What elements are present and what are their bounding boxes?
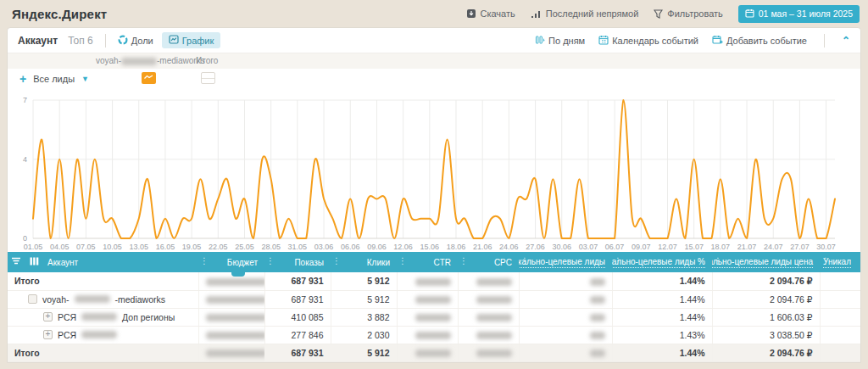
column-menu-icon[interactable]: ⋮: [200, 256, 209, 266]
svg-text:15.07: 15.07: [684, 243, 704, 251]
calendar-icon: [745, 8, 754, 20]
columns-icon[interactable]: [30, 257, 39, 267]
line-chart[interactable]: 04701.0504.0507.0510.0513.0516.0519.0522…: [8, 89, 860, 252]
granularity-icon: [535, 35, 545, 47]
svg-text:01.05: 01.05: [24, 243, 43, 251]
download-button[interactable]: Скачать: [466, 8, 515, 19]
column-menu-icon[interactable]: ⋮: [821, 256, 830, 266]
column-header-unique-leads[interactable]: ⋮Уникально-целевые лиды: [519, 252, 612, 272]
total-column-label: Итого: [196, 56, 218, 65]
attribution-model-button[interactable]: Последний непрямой: [531, 8, 639, 19]
table-row[interactable]: РСЯДоп регионы410 0853 8821.44%1 606.03 …: [8, 308, 861, 326]
expand-icon[interactable]: [43, 330, 53, 339]
svg-text:13.05: 13.05: [129, 243, 148, 251]
legend-strip: voyah--mediaworks Итого: [8, 53, 860, 69]
redacted-value: [75, 295, 110, 303]
scroll-right-icon[interactable]: ►: [853, 362, 859, 364]
column-header-budget[interactable]: ⋮Бюджет: [198, 252, 264, 272]
column-menu-icon[interactable]: ⋮: [714, 256, 722, 266]
svg-text:16.05: 16.05: [156, 243, 175, 251]
unique-leads-price-cell: 2 094.76 ₽: [712, 272, 820, 290]
redacted-value: [590, 278, 605, 286]
add-metric-icon[interactable]: +: [19, 72, 26, 86]
date-range-button[interactable]: 01 мая – 31 июля 2025: [738, 5, 860, 23]
column-header-unique-leads-price[interactable]: ⋮Уникально-целевые лиды цена: [712, 252, 820, 272]
column-menu-icon[interactable]: ⋮: [459, 256, 468, 266]
sort-indicator: [231, 272, 245, 277]
row-label: Итого: [14, 276, 192, 286]
redacted-value: [476, 278, 512, 286]
svg-text:25.05: 25.05: [235, 243, 254, 251]
column-menu-icon[interactable]: ⋮: [266, 256, 275, 266]
chevron-down-icon: ▼: [81, 75, 89, 83]
scrollbar-thumb[interactable]: [19, 363, 596, 364]
column-menu-icon[interactable]: ⋮: [520, 256, 529, 266]
svg-text:30.07: 30.07: [816, 243, 836, 251]
clicks-cell: 3 882: [331, 308, 397, 326]
cpc-cell: [458, 344, 519, 361]
table-row[interactable]: РСЯ277 8462 0301.43%3 038.50 ₽: [8, 326, 861, 344]
donut-icon: [118, 35, 128, 47]
column-header-truncated[interactable]: ⋮Уникал: [820, 252, 861, 272]
column-header-account[interactable]: Аккаунт: [8, 252, 198, 272]
column-menu-icon[interactable]: ⋮: [398, 256, 407, 266]
unique-leads-pct-cell: 1.44%: [612, 344, 712, 361]
unique-leads-cell: [519, 308, 612, 326]
svg-text:09.07: 09.07: [632, 243, 651, 251]
redacted-value: [415, 278, 451, 286]
column-header-clicks[interactable]: ⋮Клики: [331, 252, 397, 272]
redacted-value: [590, 332, 605, 339]
top-n-label[interactable]: Топ 6: [68, 35, 93, 47]
metric-selector[interactable]: + Все лиды ▼: [19, 72, 89, 86]
clicks-cell: 5 912: [331, 344, 397, 361]
truncated-cell: [820, 326, 861, 344]
table-row[interactable]: Итого687 9315 9121.44%2 094.76 ₽: [8, 272, 861, 290]
filter-button[interactable]: Фильтровать: [654, 8, 722, 19]
redacted-value: [81, 331, 117, 338]
truncated-cell: [820, 308, 861, 326]
collapse-chevron-icon[interactable]: ⌃: [842, 35, 850, 47]
date-range-label: 01 мая – 31 июля 2025: [759, 8, 853, 19]
table-row[interactable]: voyah--mediaworks687 9315 9121.44%2 094.…: [8, 290, 861, 308]
row-label: РСЯ: [14, 330, 192, 340]
svg-text:04.05: 04.05: [50, 243, 70, 251]
clicks-cell: 5 912: [331, 290, 397, 308]
svg-text:7: 7: [23, 96, 27, 104]
by-days-button[interactable]: По дням: [535, 35, 585, 47]
ctr-cell: [397, 308, 458, 326]
column-header-ctr[interactable]: ⋮CTR: [397, 252, 458, 272]
svg-text:07.05: 07.05: [76, 243, 96, 251]
events-calendar-button[interactable]: Календарь событий: [598, 35, 698, 47]
column-menu-icon[interactable]: ⋮: [332, 256, 341, 266]
scroll-left-icon[interactable]: ◄: [9, 362, 15, 364]
series-toggle-total[interactable]: [201, 72, 215, 84]
chart-tab[interactable]: График: [162, 32, 221, 48]
horizontal-scrollbar[interactable]: ◄ ►: [8, 362, 860, 364]
column-header-unique-leads-pct[interactable]: ⋮Уникально-целевые лиды %: [612, 252, 712, 272]
series-toggle-voyah[interactable]: [142, 72, 156, 84]
divider: [824, 34, 825, 48]
budget-cell: [198, 326, 264, 344]
shares-tab[interactable]: Доли: [118, 35, 153, 47]
redacted-value: [206, 278, 265, 286]
svg-text:22.05: 22.05: [209, 243, 228, 251]
unique-leads-cell: [519, 326, 612, 344]
divider: [105, 34, 106, 48]
truncated-cell: [820, 344, 861, 361]
column-menu-icon[interactable]: ⋮: [614, 256, 622, 266]
table-row[interactable]: Итого687 9315 9121.44%2 094.76 ₽: [8, 344, 861, 361]
row-checkbox[interactable]: [28, 294, 37, 304]
row-label: voyah--mediaworks: [14, 294, 192, 305]
report-toolbar: Аккаунт Топ 6 Доли График По дням Календ…: [8, 28, 860, 53]
truncated-cell: [820, 290, 861, 308]
unique-leads-price-cell: 1 606.03 ₽: [712, 308, 820, 326]
column-header-cpc[interactable]: ⋮CPC: [458, 252, 519, 272]
redacted-value: [206, 349, 265, 357]
column-header-shows[interactable]: ⋮Показы: [264, 252, 331, 272]
filter-rows-icon[interactable]: [11, 257, 21, 267]
table-header-row: Аккаунт ⋮Бюджет ⋮Показы ⋮Клики ⋮CTR ⋮CPC…: [8, 252, 861, 272]
redacted-value: [590, 349, 605, 357]
unique-leads-price-cell: 3 038.50 ₽: [712, 326, 820, 344]
expand-icon[interactable]: [43, 312, 53, 321]
add-event-button[interactable]: Добавить событие: [712, 35, 807, 47]
